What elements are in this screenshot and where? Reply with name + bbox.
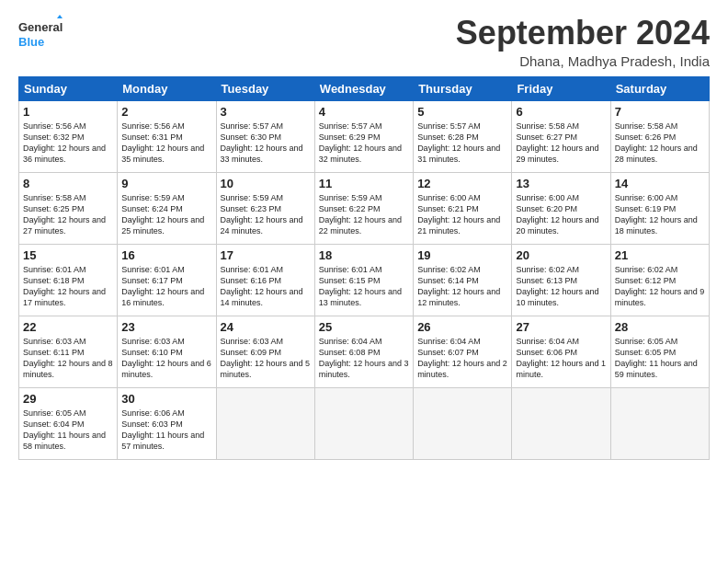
cell-info: Sunrise: 6:01 AMSunset: 6:16 PMDaylight:… <box>221 265 303 307</box>
table-row: 15 Sunrise: 6:01 AMSunset: 6:18 PMDaylig… <box>19 244 710 316</box>
calendar-body: 1 Sunrise: 5:56 AMSunset: 6:32 PMDayligh… <box>19 100 710 459</box>
month-title: September 2024 <box>456 15 710 52</box>
cell-info: Sunrise: 5:56 AMSunset: 6:31 PMDaylight:… <box>121 121 204 164</box>
title-block: September 2024 Dhana, Madhya Pradesh, In… <box>456 15 710 69</box>
day-number: 21 <box>615 248 705 262</box>
cell-info: Sunrise: 6:01 AMSunset: 6:18 PMDaylight:… <box>23 265 106 307</box>
svg-text:General: General <box>18 20 63 34</box>
cell-info: Sunrise: 6:04 AMSunset: 6:06 PMDaylight:… <box>516 337 606 379</box>
day-number: 15 <box>23 248 113 262</box>
calendar-cell: 5 Sunrise: 5:57 AMSunset: 6:28 PMDayligh… <box>414 100 512 172</box>
cell-info: Sunrise: 5:57 AMSunset: 6:29 PMDaylight:… <box>319 121 402 164</box>
col-wednesday: Wednesday <box>314 76 413 100</box>
cell-info: Sunrise: 5:57 AMSunset: 6:30 PMDaylight:… <box>221 121 303 164</box>
day-number: 4 <box>319 105 409 119</box>
day-number: 20 <box>516 248 606 262</box>
calendar-cell: 13 Sunrise: 6:00 AMSunset: 6:20 PMDaylig… <box>512 172 610 244</box>
calendar-cell: 3 Sunrise: 5:57 AMSunset: 6:30 PMDayligh… <box>216 100 314 172</box>
calendar-cell: 17 Sunrise: 6:01 AMSunset: 6:16 PMDaylig… <box>216 244 314 316</box>
day-number: 24 <box>221 320 311 334</box>
table-row: 29 Sunrise: 6:05 AMSunset: 6:04 PMDaylig… <box>19 387 710 459</box>
day-number: 22 <box>23 320 113 334</box>
cell-info: Sunrise: 6:00 AMSunset: 6:19 PMDaylight:… <box>615 193 698 236</box>
cell-info: Sunrise: 5:59 AMSunset: 6:22 PMDaylight:… <box>319 193 402 236</box>
cell-info: Sunrise: 6:02 AMSunset: 6:14 PMDaylight:… <box>417 265 500 307</box>
calendar-cell: 22 Sunrise: 6:03 AMSunset: 6:11 PMDaylig… <box>19 316 118 387</box>
calendar-cell: 9 Sunrise: 5:59 AMSunset: 6:24 PMDayligh… <box>118 172 216 244</box>
cell-info: Sunrise: 5:58 AMSunset: 6:26 PMDaylight:… <box>615 121 698 164</box>
cell-info: Sunrise: 5:59 AMSunset: 6:24 PMDaylight:… <box>121 193 204 236</box>
calendar-cell: 20 Sunrise: 6:02 AMSunset: 6:13 PMDaylig… <box>512 244 610 316</box>
calendar-cell: 14 Sunrise: 6:00 AMSunset: 6:19 PMDaylig… <box>610 172 709 244</box>
day-number: 2 <box>121 105 211 119</box>
calendar-cell: 1 Sunrise: 5:56 AMSunset: 6:32 PMDayligh… <box>19 100 118 172</box>
cell-info: Sunrise: 5:59 AMSunset: 6:23 PMDaylight:… <box>221 193 303 236</box>
calendar-cell: 25 Sunrise: 6:04 AMSunset: 6:08 PMDaylig… <box>314 316 413 387</box>
logo-svg: General Blue <box>18 15 64 53</box>
day-number: 9 <box>121 177 211 190</box>
cell-info: Sunrise: 6:00 AMSunset: 6:21 PMDaylight:… <box>417 193 500 236</box>
header: General Blue September 2024 Dhana, Madhy… <box>18 15 710 69</box>
day-number: 23 <box>121 320 211 334</box>
cell-info: Sunrise: 6:02 AMSunset: 6:13 PMDaylight:… <box>516 265 598 307</box>
calendar-cell: 4 Sunrise: 5:57 AMSunset: 6:29 PMDayligh… <box>314 100 413 172</box>
day-number: 12 <box>417 177 507 190</box>
cell-info: Sunrise: 6:04 AMSunset: 6:08 PMDaylight:… <box>319 337 409 379</box>
day-number: 14 <box>615 177 705 190</box>
table-row: 22 Sunrise: 6:03 AMSunset: 6:11 PMDaylig… <box>19 316 710 387</box>
col-tuesday: Tuesday <box>216 76 314 100</box>
calendar-cell: 24 Sunrise: 6:03 AMSunset: 6:09 PMDaylig… <box>216 316 314 387</box>
cell-info: Sunrise: 6:05 AMSunset: 6:04 PMDaylight:… <box>23 408 106 451</box>
day-number: 10 <box>221 177 311 190</box>
cell-info: Sunrise: 5:57 AMSunset: 6:28 PMDaylight:… <box>417 121 500 164</box>
cell-info: Sunrise: 6:06 AMSunset: 6:03 PMDaylight:… <box>121 408 204 451</box>
cell-info: Sunrise: 6:01 AMSunset: 6:17 PMDaylight:… <box>121 265 204 307</box>
calendar-cell <box>314 387 413 459</box>
cell-info: Sunrise: 6:00 AMSunset: 6:20 PMDaylight:… <box>516 193 598 236</box>
location: Dhana, Madhya Pradesh, India <box>456 53 710 69</box>
cell-info: Sunrise: 5:58 AMSunset: 6:27 PMDaylight:… <box>516 121 598 164</box>
calendar-cell: 12 Sunrise: 6:00 AMSunset: 6:21 PMDaylig… <box>414 172 512 244</box>
calendar-cell: 16 Sunrise: 6:01 AMSunset: 6:17 PMDaylig… <box>118 244 216 316</box>
day-number: 28 <box>615 320 705 334</box>
cell-info: Sunrise: 6:03 AMSunset: 6:09 PMDaylight:… <box>221 337 311 379</box>
calendar-cell <box>216 387 314 459</box>
calendar-cell: 29 Sunrise: 6:05 AMSunset: 6:04 PMDaylig… <box>19 387 118 459</box>
calendar-cell: 6 Sunrise: 5:58 AMSunset: 6:27 PMDayligh… <box>512 100 610 172</box>
calendar-cell <box>512 387 610 459</box>
col-sunday: Sunday <box>19 76 118 100</box>
calendar-cell: 8 Sunrise: 5:58 AMSunset: 6:25 PMDayligh… <box>19 172 118 244</box>
day-number: 3 <box>221 105 311 119</box>
table-row: 8 Sunrise: 5:58 AMSunset: 6:25 PMDayligh… <box>19 172 710 244</box>
cell-info: Sunrise: 6:02 AMSunset: 6:12 PMDaylight:… <box>615 265 705 307</box>
cell-info: Sunrise: 6:04 AMSunset: 6:07 PMDaylight:… <box>417 337 507 379</box>
svg-text:Blue: Blue <box>18 35 44 49</box>
day-number: 27 <box>516 320 606 334</box>
col-friday: Friday <box>512 76 610 100</box>
day-number: 30 <box>121 392 211 406</box>
cell-info: Sunrise: 6:03 AMSunset: 6:11 PMDaylight:… <box>23 337 113 379</box>
logo: General Blue <box>18 15 64 53</box>
day-number: 16 <box>121 248 211 262</box>
day-number: 7 <box>615 105 705 119</box>
day-number: 25 <box>319 320 409 334</box>
cell-info: Sunrise: 6:01 AMSunset: 6:15 PMDaylight:… <box>319 265 402 307</box>
calendar-cell: 19 Sunrise: 6:02 AMSunset: 6:14 PMDaylig… <box>414 244 512 316</box>
col-thursday: Thursday <box>414 76 512 100</box>
cell-info: Sunrise: 5:56 AMSunset: 6:32 PMDaylight:… <box>23 121 106 164</box>
day-number: 8 <box>23 177 113 190</box>
calendar-cell: 27 Sunrise: 6:04 AMSunset: 6:06 PMDaylig… <box>512 316 610 387</box>
col-monday: Monday <box>118 76 216 100</box>
calendar-cell: 15 Sunrise: 6:01 AMSunset: 6:18 PMDaylig… <box>19 244 118 316</box>
day-number: 5 <box>417 105 507 119</box>
day-number: 11 <box>319 177 409 190</box>
calendar-table: Sunday Monday Tuesday Wednesday Thursday… <box>18 76 710 460</box>
calendar-cell <box>414 387 512 459</box>
calendar-cell: 10 Sunrise: 5:59 AMSunset: 6:23 PMDaylig… <box>216 172 314 244</box>
day-number: 6 <box>516 105 606 119</box>
calendar-cell: 26 Sunrise: 6:04 AMSunset: 6:07 PMDaylig… <box>414 316 512 387</box>
calendar-cell: 2 Sunrise: 5:56 AMSunset: 6:31 PMDayligh… <box>118 100 216 172</box>
calendar-cell: 23 Sunrise: 6:03 AMSunset: 6:10 PMDaylig… <box>118 316 216 387</box>
table-row: 1 Sunrise: 5:56 AMSunset: 6:32 PMDayligh… <box>19 100 710 172</box>
day-number: 19 <box>417 248 507 262</box>
